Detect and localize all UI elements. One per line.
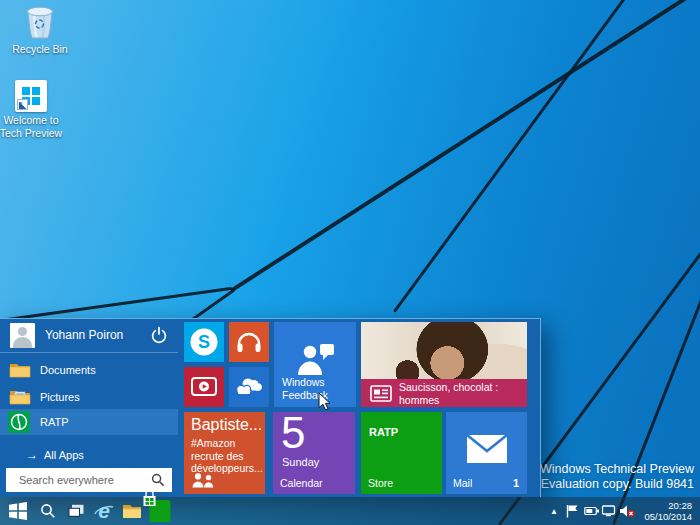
windows-start-icon	[9, 502, 27, 520]
chevron-up-icon: ▲	[550, 507, 558, 516]
news-headline: Saucisson, chocolat : hommes et femmes n…	[399, 381, 527, 407]
tile-mail[interactable]: Mail 1	[446, 412, 527, 494]
power-button[interactable]	[150, 326, 168, 344]
pictures-folder-icon	[9, 388, 31, 405]
tile-video[interactable]	[184, 367, 224, 407]
store-icon	[150, 500, 171, 522]
all-apps-label: All Apps	[44, 449, 84, 461]
user-avatar	[10, 323, 35, 348]
windows-logo-icon	[15, 80, 47, 112]
tile-skype[interactable]: S	[184, 322, 224, 362]
mouse-cursor	[318, 392, 332, 412]
power-icon	[150, 326, 168, 344]
folder-icon	[9, 361, 31, 378]
volume-muted-button[interactable]	[619, 497, 635, 525]
tile-music[interactable]	[229, 322, 269, 362]
welcome-label: Welcome to	[3, 114, 58, 126]
people-tweet-text: #Amazon recrute des développeurs...	[191, 437, 255, 475]
task-view-icon	[68, 504, 85, 518]
people-tweet-author: Baptiste...	[191, 416, 262, 434]
calendar-day: 5	[281, 412, 305, 458]
onedrive-clouds-icon	[233, 376, 265, 398]
recycle-bin-shortcut[interactable]: Recycle Bin	[4, 5, 76, 56]
start-button[interactable]	[2, 497, 34, 525]
sidebar-item-ratp[interactable]: RATP	[0, 409, 178, 435]
recycle-bin-label: Recycle Bin	[12, 43, 67, 55]
taskbar: e	[0, 497, 700, 525]
flag-icon	[566, 504, 579, 518]
people-icon	[191, 473, 215, 488]
welcome-label: Tech Preview	[0, 127, 62, 139]
news-photo	[361, 322, 527, 379]
volume-muted-icon	[619, 505, 635, 518]
tile-people[interactable]: Baptiste... #Amazon recrute des développ…	[184, 412, 265, 494]
tile-calendar[interactable]: 5 Sunday Calendar	[273, 412, 355, 494]
newspaper-icon	[370, 385, 392, 402]
calendar-weekday: Sunday	[282, 456, 319, 468]
search-icon	[151, 473, 165, 487]
tile-store[interactable]: RATP Store	[361, 412, 442, 494]
user-row[interactable]: Yohann Poiron	[0, 319, 178, 351]
clock-time: 20:28	[644, 500, 692, 511]
mail-envelope-icon	[466, 434, 508, 464]
sidebar-item-label: RATP	[40, 416, 69, 428]
tile-label: Mail	[453, 477, 472, 489]
arrow-right-icon: →	[26, 448, 38, 462]
internet-explorer-button[interactable]: e	[90, 497, 118, 525]
user-name: Yohann Poiron	[45, 328, 123, 342]
tile-label: Store	[368, 477, 393, 489]
welcome-tech-preview-shortcut[interactable]: Welcome to Tech Preview	[0, 80, 67, 139]
sidebar-item-label: Documents	[40, 364, 96, 376]
taskbar-search-button[interactable]	[34, 497, 62, 525]
shortcut-arrow-icon	[17, 99, 28, 110]
store-promo-text: RATP	[369, 426, 398, 438]
search-icon	[40, 503, 56, 519]
recycle-bin-icon	[23, 5, 57, 41]
video-icon	[191, 377, 217, 397]
start-menu: Yohann Poiron Documents P	[0, 318, 541, 497]
headphones-icon	[236, 331, 262, 353]
news-headline-strip: Saucisson, chocolat : hommes et femmes n…	[361, 379, 527, 407]
watermark-line2: Evaluation copy. Build 9841	[540, 477, 694, 492]
tile-label: Calendar	[280, 477, 323, 489]
clock-date: 05/10/2014	[644, 511, 692, 522]
tile-windows-feedback[interactable]: Windows Feedback	[274, 322, 356, 407]
tile-onedrive[interactable]	[229, 367, 269, 407]
all-apps-button[interactable]: → All Apps	[0, 445, 178, 465]
tile-news[interactable]: Saucisson, chocolat : hommes et femmes n…	[361, 322, 527, 407]
mail-unread-badge: 1	[513, 477, 519, 489]
show-hidden-icons-button[interactable]: ▲	[546, 497, 562, 525]
battery-icon	[584, 506, 600, 517]
ratp-app-icon	[8, 411, 30, 433]
network-icon	[602, 505, 617, 517]
skype-icon: S	[191, 329, 218, 356]
watermark-line1: Windows Technical Preview	[540, 462, 694, 477]
build-watermark: Windows Technical Preview Evaluation cop…	[540, 462, 694, 492]
network-status-button[interactable]	[601, 497, 617, 525]
ie-orbit-icon	[92, 499, 116, 523]
menu-divider	[0, 352, 178, 353]
feedback-icon	[294, 342, 336, 378]
taskbar-clock[interactable]: 20:28 05/10/2014	[644, 500, 692, 522]
sidebar-item-documents[interactable]: Documents	[0, 357, 178, 383]
desktop-screen: Recycle Bin Welcome to Tech Preview Wind…	[0, 0, 700, 525]
task-view-button[interactable]	[62, 497, 90, 525]
battery-status-button[interactable]	[584, 497, 600, 525]
action-center-button[interactable]	[564, 497, 580, 525]
sidebar-item-pictures[interactable]: Pictures	[0, 384, 178, 410]
sidebar-item-label: Pictures	[40, 391, 80, 403]
store-button[interactable]	[146, 497, 174, 525]
